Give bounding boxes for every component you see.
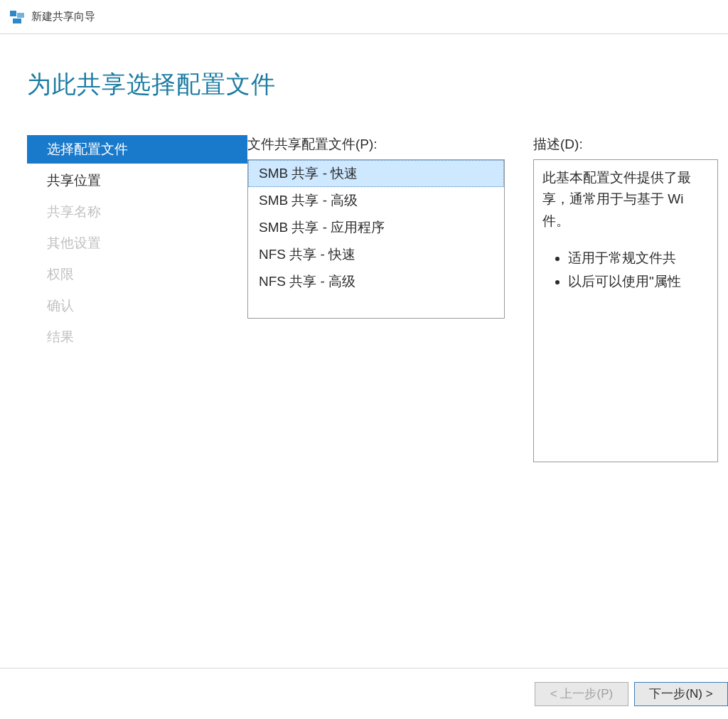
svg-rect-2 xyxy=(13,18,21,23)
description-bullet: 适用于常规文件共 xyxy=(568,247,709,269)
profile-nfs-quick[interactable]: NFS 共享 - 快速 xyxy=(248,241,504,268)
profile-list-label: 文件共享配置文件(P): xyxy=(247,135,505,154)
profile-item-label: SMB 共享 - 高级 xyxy=(259,193,358,208)
previous-button[interactable]: < 上一步(P) xyxy=(535,682,628,706)
profile-listbox[interactable]: SMB 共享 - 快速 SMB 共享 - 高级 SMB 共享 - 应用程序 NF… xyxy=(247,159,505,319)
description-section: 描述(D): 此基本配置文件提供了最享，通常用于与基于 Wi件。 适用于常规文件… xyxy=(533,135,718,640)
profile-smb-application[interactable]: SMB 共享 - 应用程序 xyxy=(248,214,504,241)
description-bullet: 以后可以使用"属性 xyxy=(568,271,709,292)
profile-item-label: NFS 共享 - 快速 xyxy=(259,247,355,262)
content-area: 选择配置文件 共享位置 共享名称 其他设置 权限 确认 结果 文件共享配置文件(… xyxy=(0,135,728,640)
wizard-icon xyxy=(10,11,24,23)
page-heading: 为此共享选择配置文件 xyxy=(0,34,728,101)
step-label: 确认 xyxy=(47,297,74,315)
next-button[interactable]: 下一步(N) > xyxy=(634,682,728,706)
window-titlebar: 新建共享向导 xyxy=(0,0,728,34)
step-label: 结果 xyxy=(47,328,74,346)
profile-item-label: NFS 共享 - 高级 xyxy=(259,274,355,289)
step-label: 权限 xyxy=(47,265,74,284)
profile-list-section: 文件共享配置文件(P): SMB 共享 - 快速 SMB 共享 - 高级 SMB… xyxy=(247,135,505,640)
wizard-footer: < 上一步(P) 下一步(N) > xyxy=(0,668,728,719)
wizard-steps-sidebar: 选择配置文件 共享位置 共享名称 其他设置 权限 确认 结果 xyxy=(27,135,247,640)
description-label: 描述(D): xyxy=(533,135,718,154)
profile-item-label: SMB 共享 - 快速 xyxy=(259,166,358,181)
description-bullets: 适用于常规文件共 以后可以使用"属性 xyxy=(542,247,709,292)
step-results: 结果 xyxy=(27,323,247,351)
svg-rect-1 xyxy=(17,13,24,18)
main-panel: 文件共享配置文件(P): SMB 共享 - 快速 SMB 共享 - 高级 SMB… xyxy=(247,135,718,640)
profile-smb-quick[interactable]: SMB 共享 - 快速 xyxy=(248,160,504,187)
step-share-name: 共享名称 xyxy=(27,198,247,226)
profile-smb-advanced[interactable]: SMB 共享 - 高级 xyxy=(248,187,504,214)
step-label: 其他设置 xyxy=(47,234,101,252)
step-other-settings: 其他设置 xyxy=(27,229,247,257)
description-box: 此基本配置文件提供了最享，通常用于与基于 Wi件。 适用于常规文件共 以后可以使… xyxy=(533,159,718,462)
profile-item-label: SMB 共享 - 应用程序 xyxy=(259,220,385,235)
step-share-location[interactable]: 共享位置 xyxy=(27,166,247,195)
description-text: 此基本配置文件提供了最享，通常用于与基于 Wi件。 xyxy=(542,167,709,232)
step-label: 共享位置 xyxy=(47,171,101,190)
window-title: 新建共享向导 xyxy=(31,10,95,23)
svg-rect-0 xyxy=(10,11,16,16)
step-confirm: 确认 xyxy=(27,292,247,320)
step-label: 共享名称 xyxy=(47,203,101,221)
profile-nfs-advanced[interactable]: NFS 共享 - 高级 xyxy=(248,268,504,295)
step-label: 选择配置文件 xyxy=(47,140,128,159)
step-permissions: 权限 xyxy=(27,260,247,289)
step-select-profile[interactable]: 选择配置文件 xyxy=(27,135,247,164)
